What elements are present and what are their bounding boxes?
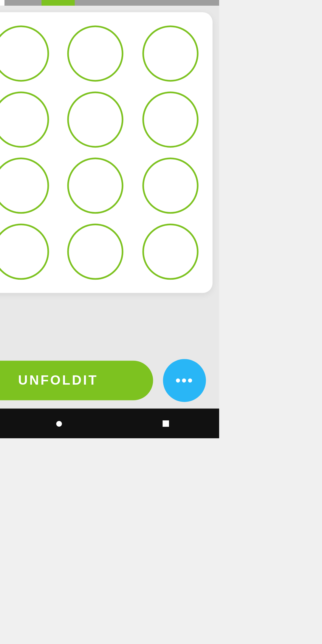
grid-card [0, 12, 213, 293]
puzzle-left [0, 0, 42, 6]
grid-circle-1-3[interactable] [67, 25, 123, 81]
grid-circle-3-3[interactable] [67, 157, 123, 213]
nav-recents-icon: ■ [162, 416, 170, 430]
grid-circle-2-3[interactable] [67, 92, 123, 148]
svg-rect-26 [75, 0, 219, 6]
svg-rect-13 [0, 0, 42, 6]
grid-circle-3-2[interactable] [0, 157, 49, 213]
grid-circle-4-4[interactable] [142, 224, 198, 280]
grid-circle-1-2[interactable] [0, 25, 49, 81]
grid-area [0, 6, 219, 352]
grid-circle-4-2[interactable] [0, 224, 49, 280]
grid-circle-3-4[interactable] [142, 157, 198, 213]
nav-bar: ◀ ● ■ [0, 408, 219, 438]
unfold-button[interactable]: UNFOLDIT [0, 361, 153, 400]
content-area: ❯ [0, 0, 219, 408]
bottom-bar: ✕ UNFOLDIT ••• [0, 352, 219, 408]
grid-circle-2-4[interactable] [142, 92, 198, 148]
more-icon: ••• [175, 372, 193, 389]
nav-recents-button[interactable]: ■ [162, 416, 170, 431]
nav-home-icon: ● [55, 416, 63, 430]
puzzle-left-svg [0, 0, 42, 6]
grid-circle-4-3[interactable] [67, 224, 123, 280]
puzzle-right [75, 0, 219, 6]
puzzle-area: ❯ [0, 0, 219, 6]
puzzle-arrow: ❯ [42, 0, 75, 6]
more-button[interactable]: ••• [163, 359, 206, 402]
svg-rect-16 [0, 0, 4, 6]
puzzle-right-svg [75, 0, 219, 6]
app: 9:00 LTE COB [0, 0, 219, 438]
grid-circle-1-4[interactable] [142, 25, 198, 81]
nav-home-button[interactable]: ● [55, 416, 63, 431]
grid-circle-2-2[interactable] [0, 92, 49, 148]
